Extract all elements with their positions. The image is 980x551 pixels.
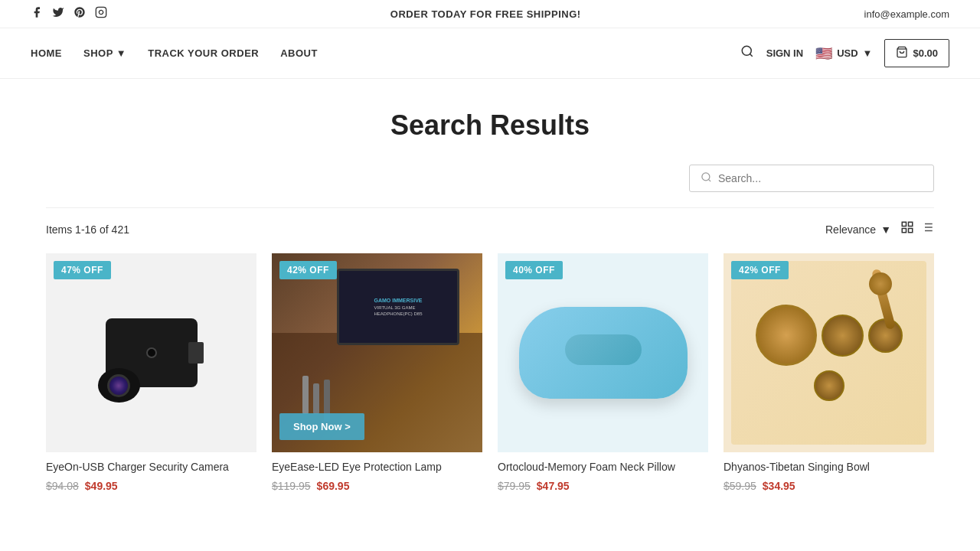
main-content: Search Results Items 1-16 of 421 Relevan… xyxy=(0,79,980,523)
nav-shop[interactable]: SHOP ▼ xyxy=(83,47,126,59)
product-grid: 47% OFF EyeOn-USB Charger Security Camer… xyxy=(46,253,934,492)
product-name: EyeEase-LED Eye Protection Lamp xyxy=(272,460,482,475)
original-price: $119.95 xyxy=(272,480,311,492)
search-bar-container xyxy=(46,165,934,192)
nav-right: SIGN IN 🇺🇸 USD ▼ $0.00 xyxy=(740,39,949,67)
cart-icon xyxy=(896,46,908,60)
search-bar-icon xyxy=(701,171,712,185)
svg-rect-7 xyxy=(902,222,906,226)
product-prices: $59.95 $34.95 xyxy=(724,480,934,492)
sale-price: $47.95 xyxy=(537,480,570,492)
discount-badge: 47% OFF xyxy=(54,261,111,279)
items-count: Items 1-16 of 421 xyxy=(46,223,129,236)
product-image-container: 47% OFF xyxy=(46,253,256,452)
announcement-bar: ORDER TODAY FOR FREE SHIPPING! info@exam… xyxy=(0,0,980,28)
search-button[interactable] xyxy=(740,44,754,62)
discount-badge: 42% OFF xyxy=(279,261,337,279)
original-price: $79.95 xyxy=(498,480,531,492)
nav-home[interactable]: HOME xyxy=(31,47,62,59)
nav-left: HOME SHOP ▼ TRACK YOUR ORDER ABOUT xyxy=(31,47,318,59)
product-name: Dhyanos-Tibetan Singing Bowl xyxy=(724,460,934,475)
svg-rect-0 xyxy=(96,7,106,17)
sort-chevron-icon: ▼ xyxy=(880,223,891,236)
svg-rect-10 xyxy=(909,229,913,233)
chevron-down-icon: ▼ xyxy=(116,47,126,59)
product-image-container: 42% OFF xyxy=(724,253,934,452)
items-bar-right: Relevance ▼ xyxy=(825,220,934,238)
nav-track-order[interactable]: TRACK YOUR ORDER xyxy=(148,47,259,59)
original-price: $59.95 xyxy=(724,480,756,492)
shop-now-button[interactable]: Shop Now > xyxy=(279,413,364,440)
sort-dropdown[interactable]: Relevance ▼ xyxy=(825,223,891,236)
original-price: $94.08 xyxy=(46,480,79,492)
search-input[interactable] xyxy=(718,172,923,184)
twitter-icon[interactable] xyxy=(52,6,64,21)
discount-badge: 40% OFF xyxy=(505,261,563,279)
svg-line-6 xyxy=(708,179,710,181)
list-view-icon[interactable] xyxy=(920,220,934,238)
product-image-container: 42% OFF GAMO IMMERSIVE VIRTUAL 3G GAME H… xyxy=(272,253,482,452)
product-prices: $94.08 $49.95 xyxy=(46,480,256,492)
sale-price: $69.95 xyxy=(317,480,350,492)
svg-rect-9 xyxy=(902,229,906,233)
nav-about[interactable]: ABOUT xyxy=(280,47,318,59)
social-icons xyxy=(31,6,107,21)
announcement-text: ORDER TODAY FOR FREE SHIPPING! xyxy=(390,8,581,20)
divider xyxy=(46,207,934,208)
sale-price: $49.95 xyxy=(85,480,118,492)
currency-chevron-icon: ▼ xyxy=(863,47,873,59)
facebook-icon[interactable] xyxy=(31,6,43,21)
product-card-3[interactable]: 40% OFF Ortocloud-Memory Foam Neck Pillo… xyxy=(498,253,708,492)
svg-rect-8 xyxy=(909,222,913,226)
header: HOME SHOP ▼ TRACK YOUR ORDER ABOUT SIGN … xyxy=(0,28,980,79)
email-link[interactable]: info@example.com xyxy=(864,8,949,20)
product-card-4[interactable]: 42% OFF Dhyanos-Tibetan Singing Bowl $59… xyxy=(724,253,934,492)
svg-point-5 xyxy=(702,173,710,181)
flag-icon: 🇺🇸 xyxy=(815,45,832,62)
product-name: EyeOn-USB Charger Security Camera xyxy=(46,460,256,475)
view-toggle xyxy=(900,220,934,238)
pinterest-icon[interactable] xyxy=(74,6,86,21)
discount-badge: 42% OFF xyxy=(731,261,789,279)
product-card-1[interactable]: 47% OFF EyeOn-USB Charger Security Camer… xyxy=(46,253,256,492)
items-bar: Items 1-16 of 421 Relevance ▼ xyxy=(46,220,934,238)
product-name: Ortocloud-Memory Foam Neck Pillow xyxy=(498,460,708,475)
product-image-container: 40% OFF xyxy=(498,253,708,452)
search-bar xyxy=(689,165,934,192)
instagram-icon[interactable] xyxy=(95,6,107,21)
product-card-2[interactable]: 42% OFF GAMO IMMERSIVE VIRTUAL 3G GAME H… xyxy=(272,253,482,492)
cart-button[interactable]: $0.00 xyxy=(884,39,949,67)
page-title: Search Results xyxy=(46,109,934,142)
grid-view-icon[interactable] xyxy=(900,220,914,238)
product-prices: $79.95 $47.95 xyxy=(498,480,708,492)
sign-in-button[interactable]: SIGN IN xyxy=(766,47,803,59)
svg-line-3 xyxy=(750,54,752,56)
product-prices: $119.95 $69.95 xyxy=(272,480,482,492)
sale-price: $34.95 xyxy=(763,480,795,492)
currency-selector[interactable]: 🇺🇸 USD ▼ xyxy=(815,45,872,62)
svg-point-2 xyxy=(742,46,751,55)
